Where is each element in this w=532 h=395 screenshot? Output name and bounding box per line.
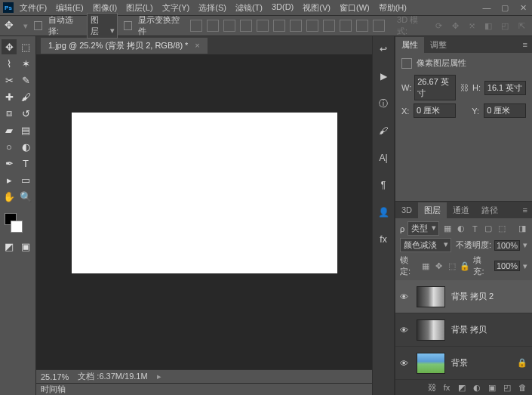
filter-shape-icon[interactable]: ▢	[483, 224, 494, 234]
layer-name[interactable]: 背景	[451, 357, 511, 369]
filter-toggle-icon[interactable]: ◨	[517, 224, 527, 234]
zoom-readout[interactable]: 25.17%	[41, 372, 69, 381]
orbit-icon[interactable]: ⟳	[432, 20, 444, 32]
light-icon[interactable]: ⇱	[515, 20, 527, 32]
quickmask-icon[interactable]: ◩	[2, 239, 17, 254]
menu-file[interactable]: 文件(F)	[20, 2, 47, 14]
crop-tool[interactable]: ✂	[2, 73, 17, 88]
visibility-icon[interactable]: 👁	[400, 292, 411, 301]
brush-panel-icon[interactable]: 🖌	[377, 124, 390, 137]
lock-artboard-icon[interactable]: ⬚	[447, 261, 457, 271]
menu-view[interactable]: 视图(V)	[303, 2, 331, 14]
brush-tool[interactable]: 🖌	[18, 89, 33, 104]
menu-type[interactable]: 文字(Y)	[162, 2, 190, 14]
layer-row[interactable]: 👁 背景 🔒	[395, 347, 532, 380]
lock-pixels-icon[interactable]: ▦	[421, 261, 431, 271]
mask-icon[interactable]: ◩	[457, 382, 467, 393]
menu-help[interactable]: 帮助(H)	[379, 2, 407, 14]
auto-select-checkbox[interactable]	[34, 21, 42, 30]
filter-kind-dropdown[interactable]: 类型	[407, 221, 439, 236]
dolly-icon[interactable]: ⤧	[466, 20, 478, 32]
menu-layer[interactable]: 图层(L)	[126, 2, 152, 14]
link-wh-icon[interactable]: ⛓	[459, 82, 469, 93]
shape-tool[interactable]: ▭	[18, 172, 33, 187]
lock-position-icon[interactable]: ✥	[434, 261, 444, 271]
cube-icon[interactable]: ◧	[482, 20, 494, 32]
layer-thumbnail[interactable]	[417, 353, 445, 374]
maximize-button[interactable]: ▢	[496, 1, 514, 14]
zoom-tool[interactable]: 🔍	[18, 189, 33, 204]
layers-menu-icon[interactable]: ≡	[518, 205, 532, 214]
menu-image[interactable]: 图像(I)	[93, 2, 117, 14]
screenmode-icon[interactable]: ▣	[18, 239, 33, 254]
play-icon[interactable]: ▶	[377, 69, 390, 83]
distribute-left-icon[interactable]	[340, 20, 352, 32]
close-tab-icon[interactable]: ×	[195, 41, 199, 50]
visibility-icon[interactable]: 👁	[400, 326, 411, 335]
layer-thumbnail[interactable]	[417, 286, 445, 307]
paragraph-icon[interactable]: ¶	[377, 178, 390, 192]
close-button[interactable]: ✕	[514, 1, 532, 14]
lasso-tool[interactable]: ⌇	[2, 56, 17, 71]
layer-row[interactable]: 👁 背景 拷贝 2	[395, 280, 532, 313]
pan-icon[interactable]: ✥	[449, 20, 461, 32]
eraser-tool[interactable]: ▰	[2, 122, 17, 137]
tab-paths[interactable]: 路径	[475, 202, 504, 218]
layer-name[interactable]: 背景 拷贝 2	[451, 291, 527, 302]
minimize-button[interactable]: —	[478, 1, 496, 14]
blur-tool[interactable]: ○	[2, 139, 17, 154]
link-layers-icon[interactable]: ⛓	[426, 382, 437, 393]
styles-icon[interactable]: fx	[377, 233, 390, 246]
filter-adjust-icon[interactable]: ◐	[456, 224, 466, 234]
history-icon[interactable]: ↩	[377, 42, 390, 56]
tab-layers[interactable]: 图层	[418, 202, 447, 218]
show-transform-checkbox[interactable]	[124, 21, 132, 30]
opacity-field[interactable]: 100%	[494, 240, 520, 251]
adjustment-icon[interactable]: ◐	[472, 382, 482, 393]
distribute-vcenter-icon[interactable]	[306, 20, 318, 32]
glyph-icon[interactable]: 👤	[377, 205, 390, 219]
history-brush-tool[interactable]: ↺	[18, 106, 33, 121]
align-top-icon[interactable]	[190, 20, 202, 32]
canvas[interactable]	[72, 113, 337, 273]
move-tool[interactable]: ✥	[2, 39, 17, 54]
blend-mode-dropdown[interactable]: 颜色减淡	[400, 238, 451, 252]
type-tool[interactable]: T	[18, 156, 33, 171]
layer-name[interactable]: 背景 拷贝	[451, 324, 527, 335]
gradient-tool[interactable]: ▤	[18, 122, 33, 137]
menu-select[interactable]: 选择(S)	[198, 2, 226, 14]
panel-menu-icon[interactable]: ≡	[518, 40, 532, 49]
timeline-tab[interactable]: 时间轴	[41, 384, 66, 395]
tab-3d[interactable]: 3D	[395, 203, 418, 217]
dodge-tool[interactable]: ◐	[18, 139, 33, 154]
camera-icon[interactable]: ◰	[499, 20, 511, 32]
distribute-hcenter-icon[interactable]	[356, 20, 368, 32]
hand-tool[interactable]: ✋	[2, 189, 17, 204]
x-field[interactable]: 0 厘米	[414, 103, 456, 118]
distribute-top-icon[interactable]	[290, 20, 302, 32]
stamp-tool[interactable]: ⧈	[2, 106, 17, 121]
filter-smart-icon[interactable]: ⬚	[497, 224, 507, 234]
info-icon[interactable]: ⓘ	[377, 97, 390, 110]
character-icon[interactable]: A|	[377, 151, 390, 165]
filter-type-icon[interactable]: T	[469, 224, 480, 234]
menu-3d[interactable]: 3D(D)	[272, 2, 294, 14]
layer-row[interactable]: 👁 背景 拷贝	[395, 313, 532, 347]
document-tab[interactable]: 1.jpg @ 25.2% (背景 拷贝 2, RGB/8) * ×	[41, 38, 208, 54]
move-tool-icon[interactable]	[5, 19, 17, 32]
canvas-viewport[interactable]	[36, 54, 372, 369]
align-vcenter-icon[interactable]	[207, 20, 219, 32]
width-field[interactable]: 26.67 英寸	[414, 75, 456, 100]
path-tool[interactable]: ▸	[2, 172, 17, 187]
y-field[interactable]: 0 厘米	[484, 103, 526, 118]
pen-tool[interactable]: ✒	[2, 156, 17, 171]
layer-thumbnail[interactable]	[417, 319, 445, 341]
delete-icon[interactable]: 🗑	[517, 382, 527, 393]
distribute-bottom-icon[interactable]	[323, 20, 335, 32]
filter-pixel-icon[interactable]: ▦	[442, 224, 453, 234]
distribute-right-icon[interactable]	[373, 20, 385, 32]
menu-filter[interactable]: 滤镜(T)	[235, 2, 263, 14]
lock-all-icon[interactable]: 🔒	[460, 261, 470, 271]
eyedropper-tool[interactable]: ✎	[18, 73, 33, 88]
tab-channels[interactable]: 通道	[447, 202, 475, 218]
